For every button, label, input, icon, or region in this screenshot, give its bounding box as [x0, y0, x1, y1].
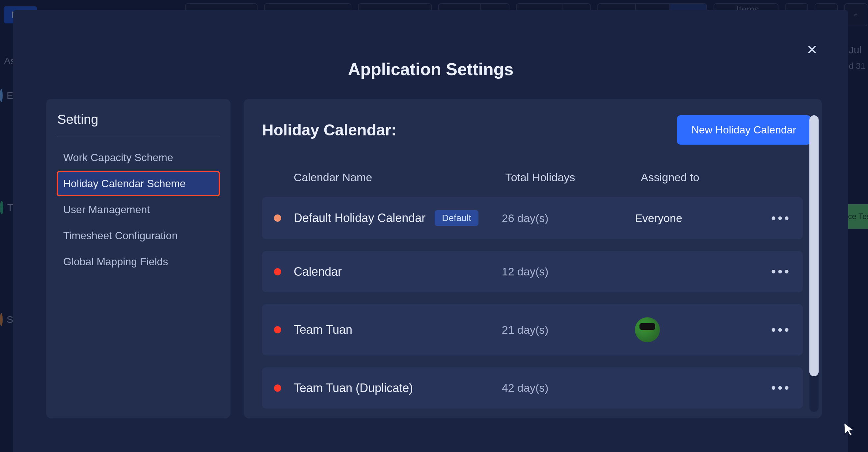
settings-modal: Application Settings Setting Work Capaci…: [13, 10, 848, 452]
divider: [57, 136, 219, 137]
calendar-name: Calendar: [294, 265, 342, 279]
calendar-rows: Default Holiday CalendarDefault26 day(s)…: [262, 197, 811, 412]
sidebar-item-user-management[interactable]: User Management: [57, 198, 219, 222]
col-header-total: Total Holidays: [505, 171, 641, 184]
sidebar-item-timesheet-config[interactable]: Timesheet Configuration: [57, 224, 219, 248]
calendar-row[interactable]: Calendar12 day(s)•••: [262, 251, 803, 292]
assigned-to: [635, 317, 751, 342]
bg-left-column: E T S: [0, 79, 13, 425]
col-header-actions: [760, 171, 799, 184]
calendar-row[interactable]: Default Holiday CalendarDefault26 day(s)…: [262, 197, 803, 239]
total-holidays: 26 day(s): [502, 212, 635, 225]
row-actions-button[interactable]: •••: [751, 264, 791, 279]
color-dot: [274, 326, 281, 333]
calendar-name: Team Tuan (Duplicate): [294, 381, 413, 395]
calendar-name-cell: Calendar: [294, 265, 502, 279]
calendar-name-cell: Team Tuan (Duplicate): [294, 381, 502, 395]
col-header-name: Calendar Name: [294, 171, 505, 184]
default-badge: Default: [435, 210, 478, 226]
bg-row-label: T: [7, 202, 13, 213]
content-title: Holiday Calendar:: [262, 121, 397, 139]
total-holidays: 42 day(s): [502, 382, 635, 394]
bg-month: Jul: [849, 44, 861, 56]
bg-row-label: E: [7, 90, 13, 101]
modal-title: Application Settings: [13, 59, 848, 79]
color-dot: [274, 268, 281, 275]
col-header-assigned: Assigned to: [641, 171, 760, 184]
sidebar-item-holiday-calendar[interactable]: Holiday Calendar Scheme: [57, 172, 219, 196]
total-holidays: 21 day(s): [502, 324, 635, 336]
color-dot: [274, 385, 281, 392]
calendar-row[interactable]: Team Tuan21 day(s)•••: [262, 304, 803, 356]
table-header: Calendar Name Total Holidays Assigned to: [262, 171, 811, 197]
settings-sidebar: Setting Work Capacity Scheme Holiday Cal…: [46, 99, 230, 418]
total-holidays: 12 day(s): [502, 265, 635, 278]
assigned-to: Everyone: [635, 212, 751, 225]
settings-heading: Setting: [57, 112, 219, 127]
close-icon: [806, 43, 818, 55]
avatar: [0, 313, 3, 326]
gift-icon: [854, 9, 858, 20]
scrollbar[interactable]: [809, 115, 818, 412]
modal-body: Setting Work Capacity Scheme Holiday Cal…: [13, 99, 848, 452]
row-actions-button[interactable]: •••: [751, 323, 791, 337]
close-button[interactable]: [802, 39, 822, 59]
new-holiday-calendar-button[interactable]: New Holiday Calendar: [677, 115, 811, 145]
calendar-row[interactable]: Team Tuan (Duplicate)42 day(s)•••: [262, 367, 803, 409]
cursor-icon: [842, 422, 856, 436]
calendar-name: Default Holiday Calendar: [294, 211, 426, 225]
calendar-name-cell: Default Holiday CalendarDefault: [294, 210, 502, 226]
content-panel: Holiday Calendar: New Holiday Calendar C…: [244, 99, 822, 418]
calendar-name-cell: Team Tuan: [294, 323, 502, 337]
row-actions-button[interactable]: •••: [751, 211, 791, 226]
content-header: Holiday Calendar: New Holiday Calendar: [262, 115, 811, 145]
assignee-avatar: [635, 317, 660, 342]
avatar: [0, 89, 3, 102]
bg-row-label: S: [7, 314, 13, 325]
row-actions-button[interactable]: •••: [751, 381, 791, 395]
calendar-name: Team Tuan: [294, 323, 352, 337]
scrollbar-thumb[interactable]: [809, 115, 818, 376]
avatar: [0, 201, 3, 214]
sidebar-item-global-mapping[interactable]: Global Mapping Fields: [57, 250, 219, 274]
color-dot: [274, 214, 281, 222]
sidebar-item-work-capacity[interactable]: Work Capacity Scheme: [57, 146, 219, 170]
